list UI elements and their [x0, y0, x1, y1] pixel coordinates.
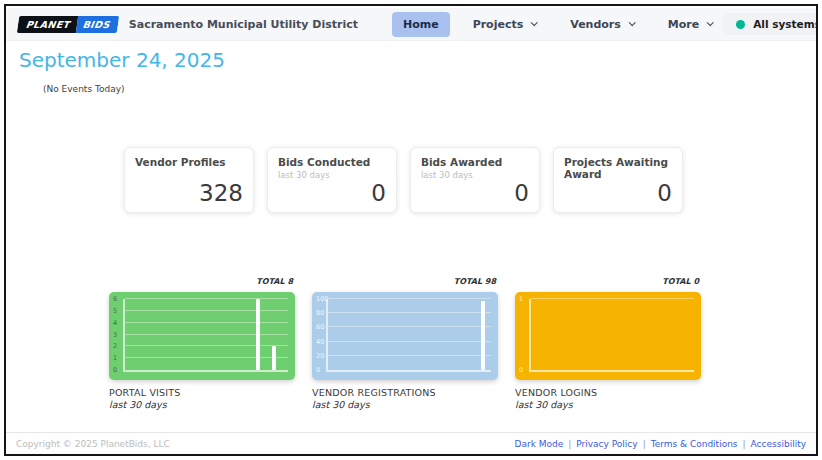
footer-link-separator: |: [643, 439, 646, 449]
main-menu: HomeProjectsVendorsMore: [392, 12, 723, 37]
footer-link-accessibility[interactable]: Accessibility: [751, 439, 806, 449]
chart-ytick-label: 20: [316, 352, 327, 359]
status-dot-icon: [736, 20, 745, 29]
stat-card-title: Projects Awaiting Award: [564, 156, 672, 180]
chart-gridline: [125, 334, 288, 335]
nav-item-label: More: [668, 18, 699, 31]
nav-projects[interactable]: Projects: [462, 12, 548, 37]
chart-ytick-label: 2: [113, 343, 124, 350]
chart-bar: [272, 346, 276, 370]
chart-ytick-label: 1: [113, 355, 124, 362]
chevron-down-icon: [531, 19, 538, 26]
chart-plot-area: 100806040200: [326, 299, 491, 372]
chart-title: PORTAL VISITS: [109, 387, 295, 398]
org-name: Sacramento Municipal Utility District: [129, 18, 358, 31]
chart-ytick-label: 6: [113, 296, 124, 303]
footer-link-separator: |: [743, 439, 746, 449]
chart-ytick-label: 80: [316, 310, 327, 317]
chart-block: TOTAL 010VENDOR LOGINSlast 30 days: [515, 277, 701, 410]
chart-block: TOTAL 98100806040200VENDOR REGISTRATIONS…: [312, 277, 498, 410]
app-window: PLANETBIDS Sacramento Municipal Utility …: [4, 4, 818, 456]
footer-link-terms-conditions[interactable]: Terms & Conditions: [651, 439, 738, 449]
chart-title: VENDOR LOGINS: [515, 387, 701, 398]
chart-bar: [481, 301, 485, 370]
chart-gridline: [125, 298, 288, 299]
chart-ytick-label: 1: [519, 296, 530, 303]
chart-total-label: TOTAL 0: [515, 277, 701, 287]
chart-gridline: [328, 298, 491, 299]
footer-link-dark-mode[interactable]: Dark Mode: [514, 439, 563, 449]
chart-bar: [256, 299, 260, 370]
chart-ytick-label: 60: [316, 324, 327, 331]
chart-gridline: [531, 298, 694, 299]
nav-item-label: Home: [403, 18, 439, 31]
planetbids-logo[interactable]: PLANETBIDS: [17, 16, 119, 33]
nav-item-label: Projects: [473, 18, 524, 31]
stat-card-subtitle: last 30 days: [278, 170, 386, 180]
stat-card-title: Bids Conducted: [278, 156, 386, 168]
chart-gridline: [328, 341, 491, 342]
chart-panel: 100806040200: [312, 292, 498, 380]
stat-card-value: 0: [657, 180, 672, 206]
stat-card: Bids Awardedlast 30 days0: [410, 147, 540, 213]
chart-gridline: [328, 355, 491, 356]
stat-card-title: Bids Awarded: [421, 156, 529, 168]
nav-vendors[interactable]: Vendors: [559, 12, 645, 37]
chart-gridline: [125, 322, 288, 323]
chart-title: VENDOR REGISTRATIONS: [312, 387, 498, 398]
chart-gridline: [125, 357, 288, 358]
stat-card-subtitle: last 30 days: [421, 170, 529, 180]
chart-total-label: TOTAL 98: [312, 277, 498, 287]
chart-gridline: [125, 310, 288, 311]
chart-gridline: [328, 312, 491, 313]
chart-ytick-label: 3: [113, 331, 124, 338]
footer-link-separator: |: [568, 439, 571, 449]
chart-panel: 6543210: [109, 292, 295, 380]
logo-planet: PLANET: [17, 16, 78, 33]
copyright: Copyright © 2025 PlanetBids, LLC: [16, 439, 170, 449]
chart-block: TOTAL 86543210PORTAL VISITSlast 30 days: [109, 277, 295, 410]
system-status[interactable]: All systems operational: [723, 13, 818, 35]
chart-gridline: [328, 326, 491, 327]
chart-subtitle: last 30 days: [515, 399, 701, 410]
logo-bids: BIDS: [76, 16, 119, 33]
chart-plot-area: 10: [529, 299, 694, 372]
chart-ytick-label: 0: [519, 367, 530, 374]
stat-card: Projects Awaiting Award0: [553, 147, 683, 213]
chart-ytick-label: 0: [113, 367, 124, 374]
stat-card-value: 0: [371, 180, 386, 206]
stat-card-value: 0: [514, 180, 529, 206]
chart-gridline: [125, 345, 288, 346]
footer: Copyright © 2025 PlanetBids, LLC Dark Mo…: [6, 432, 816, 454]
stat-card-title: Vendor Profiles: [135, 156, 243, 168]
nav-more[interactable]: More: [657, 12, 723, 37]
chevron-down-icon: [629, 19, 636, 26]
chart-subtitle: last 30 days: [109, 399, 295, 410]
stat-card: Vendor Profiles328: [124, 147, 254, 213]
date-heading: September 24, 2025: [19, 48, 225, 72]
events-note: (No Events Today): [43, 84, 124, 94]
chart-subtitle: last 30 days: [312, 399, 498, 410]
nav-home[interactable]: Home: [392, 12, 450, 37]
status-label: All systems operational: [753, 18, 818, 30]
chart-ytick-label: 5: [113, 307, 124, 314]
stat-cards-row: Vendor Profiles328Bids Conductedlast 30 …: [124, 147, 683, 213]
chart-panel: 10: [515, 292, 701, 380]
chart-plot-area: 6543210: [123, 299, 288, 372]
stat-card-value: 328: [199, 180, 243, 206]
nav-item-label: Vendors: [570, 18, 621, 31]
stat-card: Bids Conductedlast 30 days0: [267, 147, 397, 213]
footer-link-privacy-policy[interactable]: Privacy Policy: [576, 439, 637, 449]
chart-ytick-label: 4: [113, 319, 124, 326]
footer-links: Dark Mode|Privacy Policy|Terms & Conditi…: [514, 439, 806, 449]
chart-total-label: TOTAL 8: [109, 277, 295, 287]
chart-ytick-label: 0: [316, 367, 327, 374]
top-nav: PLANETBIDS Sacramento Municipal Utility …: [6, 8, 816, 41]
chart-ytick-label: 40: [316, 338, 327, 345]
chart-ytick-label: 100: [316, 296, 327, 303]
chevron-down-icon: [707, 19, 714, 26]
